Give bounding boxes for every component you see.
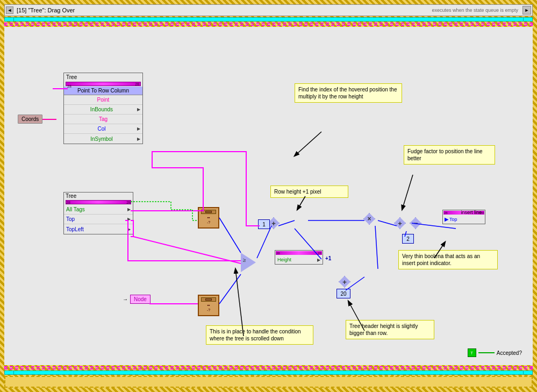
svg-line-1 bbox=[219, 218, 241, 253]
cluster-icon-1: ▪▪ -? bbox=[198, 207, 219, 229]
svg-line-11 bbox=[375, 226, 378, 269]
svg-line-4 bbox=[278, 220, 295, 226]
plus-node-2: + bbox=[394, 217, 406, 229]
tree-row-point: Point bbox=[64, 95, 142, 105]
tree-tags-block: Tree 28 28 All Tags ▶ Top ▶ TopLeft ▶ bbox=[63, 192, 133, 234]
multiply-node: × bbox=[363, 213, 375, 225]
comment-fudge-factor: Fudge factor to position the line better bbox=[404, 145, 495, 165]
const-2: 2 bbox=[402, 234, 414, 244]
tree-row-inbounds: InBounds ▶ bbox=[64, 105, 142, 115]
accepted-bool-icon: T bbox=[468, 348, 476, 357]
svg-line-7 bbox=[378, 220, 397, 226]
tree-block-2-title: Tree bbox=[64, 193, 133, 199]
accepted-wire bbox=[478, 352, 495, 353]
tree-height-block: 28 28 Height ▶ bbox=[275, 250, 323, 265]
title-bar-right-arrow[interactable]: ► bbox=[522, 6, 531, 15]
node-terminal: → Node bbox=[123, 295, 151, 304]
tree-point-row-column-block: Tree 28 28 Point To Row Column Point InB… bbox=[63, 73, 143, 144]
cyan-strip-top bbox=[4, 17, 533, 22]
tree-row-all-tags: All Tags ▶ bbox=[64, 205, 133, 215]
cyan-indicator-top-left bbox=[4, 17, 14, 22]
svg-line-16 bbox=[297, 196, 305, 210]
plus-node-3: + bbox=[339, 276, 350, 288]
cyan-indicator-bottom-left bbox=[4, 370, 14, 375]
compare-node: ≥ bbox=[241, 253, 256, 272]
title-bar-left-arrow[interactable]: ◄ bbox=[6, 6, 13, 14]
tree-row-topleft: TopLeft ▶ bbox=[64, 224, 133, 234]
title-bar-text: [15] "Tree": Drag Over bbox=[13, 7, 432, 13]
tree-row-tag: Tag bbox=[64, 115, 142, 124]
comment-scroll-handle: This is in place to handle the condition… bbox=[206, 325, 313, 345]
comment-find-index: Find the index of the hovered position t… bbox=[295, 83, 402, 103]
cyan-indicator-bottom-right bbox=[523, 370, 533, 375]
minus-node: − bbox=[410, 217, 421, 229]
coords-label: Coords bbox=[18, 115, 42, 124]
svg-line-12 bbox=[257, 226, 271, 258]
tree-block-1-subtitle: Point To Row Column bbox=[64, 87, 142, 95]
pink-strip-top bbox=[4, 23, 533, 26]
tree-row-col: Col ▶ bbox=[64, 124, 142, 134]
const-20: 20 bbox=[336, 289, 350, 298]
const-1: 1 bbox=[258, 219, 270, 229]
node-label: Node bbox=[130, 295, 151, 304]
insert-line-title: insert line bbox=[461, 210, 482, 215]
accepted-terminal: T Accepted? bbox=[468, 348, 522, 357]
comment-row-height: Row height +1 pixel bbox=[270, 186, 348, 198]
svg-line-14 bbox=[295, 132, 321, 156]
svg-line-3 bbox=[219, 274, 241, 304]
comment-bool-indicator: Very thin boolena that acts as an insert… bbox=[398, 250, 498, 269]
cyan-indicator-top-right bbox=[523, 17, 533, 22]
insert-line-row: ▶ Top bbox=[443, 215, 485, 224]
cluster-icon-2: ▪▪ -? bbox=[198, 295, 219, 316]
tree-block-2-pink-bar: 28 28 bbox=[66, 200, 131, 204]
tree-block-1-pink-bar: 28 28 bbox=[66, 82, 141, 86]
title-bar: ◄ [15] "Tree": Drag Over executes when t… bbox=[4, 4, 533, 16]
accepted-label: Accepted? bbox=[497, 350, 522, 356]
cyan-strip-bottom bbox=[4, 370, 533, 375]
tree-height-row: Height ▶ bbox=[275, 255, 323, 264]
plus1-label: +1 bbox=[325, 255, 331, 261]
executes-note: executes when the state queue is empty bbox=[432, 8, 518, 13]
main-canvas: Coords Tree 28 28 Point To Row Column Po… bbox=[4, 27, 533, 365]
yellow-strip-bottom bbox=[4, 376, 533, 388]
svg-line-15 bbox=[402, 175, 413, 210]
tree-block-1-title: Tree bbox=[64, 73, 142, 81]
coords-terminal: Coords bbox=[18, 115, 56, 124]
svg-line-13 bbox=[133, 237, 241, 263]
tree-row-insymbol: InSymbol ▶ bbox=[64, 134, 142, 144]
pink-strip-bottom bbox=[4, 366, 533, 369]
tree-row-top: Top ▶ bbox=[64, 215, 133, 224]
comment-tree-header: Tree header height is slightly bigger th… bbox=[346, 320, 434, 339]
